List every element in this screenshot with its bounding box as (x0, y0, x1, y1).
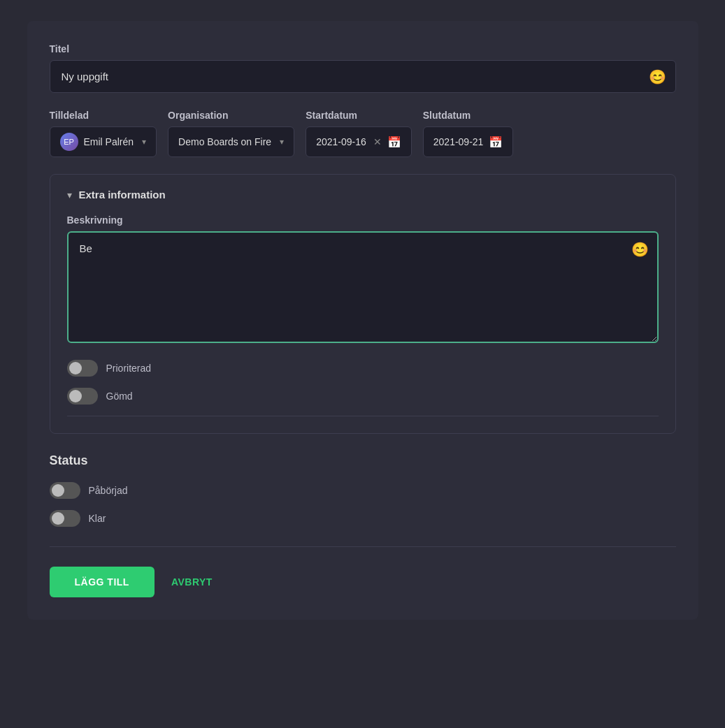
assignee-label: Tilldelad (50, 110, 157, 121)
title-label: Titel (50, 43, 676, 54)
toggle-paborjad[interactable] (50, 482, 80, 499)
title-input-wrapper: 😊 (50, 60, 676, 93)
toggle-prioriterad-row: Prioriterad (67, 360, 659, 377)
start-date-label: Startdatum (306, 110, 412, 121)
toggle-paborjad-label: Påbörjad (89, 485, 128, 496)
toggle-klar-row: Klar (50, 510, 676, 527)
toggle-gomd-row: Gömd (67, 388, 659, 405)
toggle-gomd-label: Gömd (106, 391, 133, 402)
start-date-clear-icon[interactable]: ✕ (373, 136, 382, 147)
toggle-prioriterad-thumb (69, 362, 82, 374)
description-wrapper: Be 😊 (67, 231, 659, 346)
toggle-prioriterad-track (67, 360, 98, 377)
modal-container: Titel 😊 Tilldelad EP Emil Palrén ▾ Organ… (27, 21, 698, 620)
extra-info-divider (67, 416, 659, 416)
toggle-paborjad-thumb (52, 484, 64, 497)
status-divider (50, 546, 676, 547)
organisation-chevron-icon: ▾ (280, 137, 284, 147)
start-date-value: 2021-09-16 (316, 136, 366, 147)
row-fields: Tilldelad EP Emil Palrén ▾ Organisation … (50, 110, 676, 157)
toggle-prioriterad-label: Prioriterad (106, 363, 152, 374)
toggle-klar-thumb (52, 512, 64, 525)
organisation-label: Organisation (168, 110, 294, 121)
avatar-image: EP (60, 133, 78, 151)
add-button[interactable]: LÄGG TILL (50, 567, 155, 597)
start-date-select[interactable]: 2021-09-16 ✕ 📅 (306, 126, 412, 157)
toggle-prioriterad[interactable] (67, 360, 98, 377)
assignee-select[interactable]: EP Emil Palrén ▾ (50, 126, 157, 157)
description-textarea[interactable]: Be (67, 231, 659, 343)
toggle-klar-track (50, 510, 80, 527)
action-buttons: LÄGG TILL AVBRYT (50, 567, 676, 597)
cancel-button[interactable]: AVBRYT (171, 576, 213, 588)
toggle-gomd-track (67, 388, 98, 405)
organisation-select[interactable]: Demo Boards on Fire ▾ (168, 126, 294, 157)
end-date-field: Slutdatum 2021-09-21 📅 (423, 110, 514, 157)
end-date-value: 2021-09-21 (433, 136, 484, 147)
assignee-chevron-icon: ▾ (142, 137, 146, 147)
title-section: Titel 😊 (50, 43, 676, 93)
description-emoji-button[interactable]: 😊 (631, 241, 649, 258)
extra-info-title: Extra information (79, 189, 166, 201)
extra-info-chevron-icon: ▾ (67, 189, 72, 201)
status-toggles: Påbörjad Klar (50, 482, 676, 527)
toggle-gomd[interactable] (67, 388, 98, 405)
assignee-field: Tilldelad EP Emil Palrén ▾ (50, 110, 157, 157)
assignee-value: Emil Palrén (84, 136, 134, 147)
end-date-select[interactable]: 2021-09-21 📅 (423, 126, 514, 157)
end-date-label: Slutdatum (423, 110, 514, 121)
title-input[interactable] (50, 60, 676, 93)
description-label: Beskrivning (67, 214, 659, 226)
toggle-gomd-thumb (69, 390, 82, 402)
start-date-calendar-icon: 📅 (387, 136, 401, 149)
toggle-klar[interactable] (50, 510, 80, 527)
avatar: EP (60, 133, 78, 151)
status-section: Status Påbörjad Klar (50, 453, 676, 527)
toggle-paborjad-row: Påbörjad (50, 482, 676, 499)
organisation-field: Organisation Demo Boards on Fire ▾ (168, 110, 294, 157)
extra-info-header[interactable]: ▾ Extra information (67, 189, 659, 201)
end-date-calendar-icon: 📅 (489, 136, 503, 149)
organisation-value: Demo Boards on Fire (178, 136, 271, 147)
start-date-field: Startdatum 2021-09-16 ✕ 📅 (306, 110, 412, 157)
extra-toggles: Prioriterad Gömd (67, 360, 659, 405)
toggle-klar-label: Klar (89, 513, 106, 524)
status-title: Status (50, 453, 676, 468)
toggle-paborjad-track (50, 482, 80, 499)
title-emoji-button[interactable]: 😊 (649, 70, 666, 84)
extra-info-section: ▾ Extra information Beskrivning Be 😊 Pri… (50, 174, 676, 434)
